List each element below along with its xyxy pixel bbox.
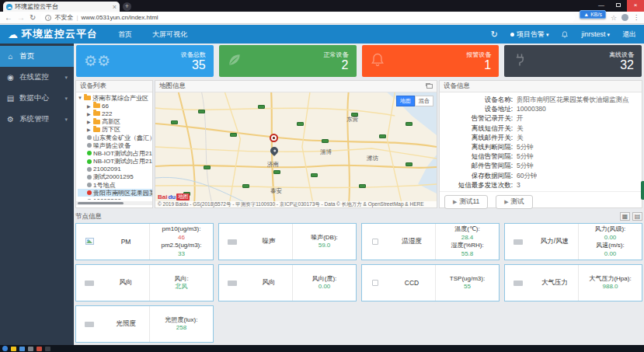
site-favicon-cloud-icon: ☁ <box>6 4 12 10</box>
node-card-ccd[interactable]: CCD TSP(ug/m3): 55 <box>361 264 500 301</box>
tree-device[interactable]: 1号地点 <box>78 181 152 189</box>
caret-down-icon[interactable]: ▼ <box>78 96 82 100</box>
taskbar-app-icon[interactable] <box>11 347 16 351</box>
tree-device[interactable]: NB-IOT测试勿占用21 <box>78 149 152 157</box>
caret-right-icon[interactable]: ▶ <box>87 103 92 109</box>
caret-right-icon[interactable]: ▶ <box>87 119 92 124</box>
status-dot-offline <box>87 175 92 179</box>
nodes-title: 节点信息 <box>75 212 102 221</box>
site-info-icon[interactable]: i <box>45 15 51 21</box>
tree-root-folder[interactable]: ▼济南市某综合产业区 <box>78 94 152 102</box>
tree-device[interactable]: NB-IOT测试勿占用21 <box>78 158 152 166</box>
alarm-dropdown[interactable]: 项目告警▾ <box>510 30 549 40</box>
back-icon[interactable]: ← <box>5 14 12 22</box>
taskbar-app-icon[interactable] <box>37 347 42 351</box>
start-button[interactable] <box>2 346 8 351</box>
expand-window-icon[interactable] <box>426 84 433 89</box>
database-icon: ▤ <box>6 94 15 103</box>
device-list-title: 设备列表 <box>80 82 106 91</box>
wind-power-value: 0.00 <box>579 234 642 242</box>
browser-tabstrip: ☁ 环境监控云平台 × + — × <box>0 0 644 12</box>
sidebar-item-datacenter[interactable]: ▤ 数据中心 ▾ <box>0 88 74 109</box>
map-panel: 地图信息 <box>155 80 437 208</box>
sidebar-item-home[interactable]: ⌂ 首页 <box>0 46 74 67</box>
road-shield-icon <box>297 122 304 126</box>
device-tree: ▼济南市某综合产业区 ▶66 ▶222 ▶高新区 ▶历下区 山东黄金矿业（鑫汇）… <box>76 92 152 200</box>
grid-view-icon[interactable]: ▦ <box>620 212 630 221</box>
forward-icon[interactable]: → <box>17 14 25 22</box>
bell-icon[interactable] <box>561 30 569 39</box>
tree-folder[interactable]: ▶历下区 <box>78 126 152 134</box>
scrollbar-thumb[interactable] <box>78 202 124 204</box>
baidu-map[interactable]: 东营 淄博 潍坊 济南 泰安 地图 混合 Baidu地图 © 2019 Baid… <box>155 92 437 207</box>
tree-device[interactable]: 10002388 <box>78 197 152 200</box>
browser-profile-avatar[interactable] <box>621 14 628 21</box>
sidebar-item-monitoring[interactable]: ◉ 在线监控 ▾ <box>0 67 74 88</box>
taskbar-app-icon[interactable] <box>45 347 50 351</box>
tsp-value: 55 <box>436 283 499 291</box>
device-info-title: 设备信息 <box>444 82 470 91</box>
address-input[interactable]: i 不安全 | www.0531yun.cn/index.html <box>40 13 575 23</box>
play-icon: ▶ <box>504 199 508 205</box>
download-speed-badge[interactable]: ▲ KB/s <box>580 10 606 19</box>
tree-device[interactable]: 21002091 <box>78 166 152 173</box>
window-maximize-button[interactable] <box>610 0 627 12</box>
logout-button[interactable]: 退出 <box>622 30 636 40</box>
caret-right-icon[interactable]: ▶ <box>87 111 92 117</box>
normal-devices-count: 2 <box>324 59 349 71</box>
tree-device[interactable]: 测试20001295 <box>78 173 152 181</box>
node-card-noise[interactable]: 噪声 噪声(DB): 59.0 <box>218 223 357 260</box>
test-button[interactable]: ▶测试 <box>496 195 532 209</box>
node-card-pressure[interactable]: 大气压力 大气压力(Hpa): 988.0 <box>504 264 642 301</box>
user-menu[interactable]: jinrstest▾ <box>581 30 610 38</box>
tree-device[interactable]: 山东黄金矿业（鑫汇） <box>78 134 152 141</box>
new-tab-button[interactable]: + <box>123 2 131 11</box>
horizontal-scrollbar[interactable] <box>76 201 152 205</box>
nav-bigscreen[interactable]: 大屏可视化 <box>152 30 187 40</box>
tree-device[interactable]: 噪声扬尘设备 <box>78 141 152 149</box>
sensor-icon <box>513 281 523 286</box>
tab-close-icon[interactable]: × <box>113 4 117 10</box>
browser-tab[interactable]: ☁ 环境监控云平台 × <box>3 2 120 12</box>
list-view-icon[interactable]: ▤ <box>632 212 642 221</box>
tree-folder[interactable]: ▶高新区 <box>78 118 152 126</box>
road-shield-icon <box>230 133 237 137</box>
tree-folder[interactable]: ▶222 <box>78 110 152 117</box>
taskbar-app-icon[interactable] <box>19 347 25 351</box>
gear-icon: ⚙ <box>6 115 15 124</box>
road-shield-icon <box>204 166 211 169</box>
feedback-side-tab[interactable] <box>641 181 644 200</box>
window-close-button[interactable]: × <box>627 0 644 12</box>
road-shield-icon <box>322 139 329 143</box>
reload-icon[interactable]: ↻ <box>30 14 36 22</box>
pm25-value: 33 <box>150 250 213 259</box>
tree-device-selected[interactable]: 贵阳市南明区花果园某 <box>78 189 152 197</box>
map-type-map-button[interactable]: 地图 <box>396 96 415 106</box>
node-card-pm[interactable]: PM pm10(ug/m3): 46 pm2.5(ug/m3): 33 <box>75 223 214 260</box>
node-card-temp-humidity[interactable]: 温湿度 温度(℃): 28.4 湿度(%RH): 55.8 <box>361 223 500 260</box>
alarm-map-marker[interactable] <box>270 134 278 142</box>
browser-menu-icon[interactable]: ⋮ <box>633 14 639 21</box>
road-shield-icon <box>311 173 318 177</box>
refresh-icon[interactable]: ↻ <box>491 30 498 40</box>
bookmark-star-icon[interactable]: ☆ <box>611 14 617 22</box>
node-card-wind-power-speed[interactable]: 风力/风速 风力(风级): 0.00 风速(m/s): 0.00 <box>504 223 642 260</box>
map-type-hybrid-button[interactable]: 混合 <box>415 96 433 106</box>
sensor-icon <box>228 281 237 286</box>
node-card-wind-direction[interactable]: 风向 风向: 北风 <box>75 264 214 301</box>
info-label: 短信最多发送次数: <box>444 182 513 189</box>
windows-taskbar <box>0 345 644 352</box>
road-shield-icon <box>258 105 265 109</box>
taskbar-app-icon[interactable] <box>28 347 33 351</box>
test11-button[interactable]: ▶测试11 <box>444 195 488 209</box>
wind-degree-value: 0.00 <box>293 283 356 291</box>
tree-folder[interactable]: ▶66 <box>78 102 152 110</box>
gears-icon: ⚙⚙ <box>84 54 110 68</box>
map-city-label: 泰安 <box>270 187 282 195</box>
caret-right-icon[interactable]: ▶ <box>87 127 92 132</box>
sidebar-item-system[interactable]: ⚙ 系统管理 ▾ <box>0 109 74 130</box>
node-card-illuminance[interactable]: 光照度 光照度(lux): 258 <box>75 305 214 343</box>
node-card-wind-degree[interactable]: 风向 风向(度): 0.00 <box>218 264 357 301</box>
map-title: 地图信息 <box>159 82 186 91</box>
nav-home[interactable]: 首页 <box>118 30 132 40</box>
